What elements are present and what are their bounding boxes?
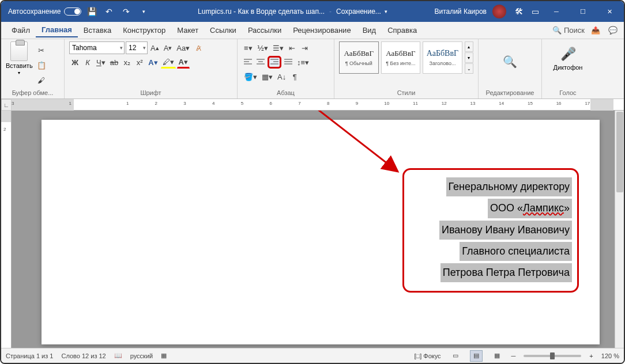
multilevel-icon[interactable]: ☰▾ <box>271 41 285 54</box>
document-header-block[interactable]: Генеральному директору ООО «Лампикс» Ива… <box>439 176 572 283</box>
group-styles: АаБбВвГ ¶ Обычный АаБбВвГ ¶ Без инте... … <box>334 39 479 98</box>
search-box[interactable]: 🔍 Поиск <box>552 26 585 35</box>
tab-insert[interactable]: Вставка <box>78 24 117 37</box>
superscript-button[interactable]: x² <box>134 56 145 69</box>
ruler-corner[interactable]: ∟ <box>1 99 12 111</box>
spell-check-icon[interactable]: 📖 <box>114 352 122 359</box>
group-paragraph: ≡▾ ⅟₂▾ ☰▾ ⇤ ⇥ <box>238 39 334 98</box>
zoom-handle[interactable] <box>550 352 555 359</box>
menubar: Файл Главная Вставка Конструктор Макет С… <box>1 22 624 39</box>
tab-references[interactable]: Ссылки <box>204 24 242 37</box>
zoom-level[interactable]: 120 % <box>601 352 619 359</box>
redo-icon[interactable]: ↷ <box>119 5 133 18</box>
page[interactable]: Генеральному директору ООО «Лампикс» Ива… <box>42 120 600 344</box>
dictate-label[interactable]: Диктофон <box>554 64 583 71</box>
increase-indent-icon[interactable]: ⇥ <box>299 41 311 54</box>
show-marks-icon[interactable]: ¶ <box>289 70 300 83</box>
style-heading1[interactable]: АаБбВвГ Заголово... <box>423 41 462 74</box>
style-sample: АаБбВвГ <box>427 49 458 58</box>
read-mode-icon[interactable]: ▭ <box>449 350 462 362</box>
zoom-in-button[interactable]: + <box>589 352 593 359</box>
style-gallery-nav[interactable]: ▴▾⌄ <box>465 41 473 74</box>
font-size-select[interactable]: 12 <box>126 41 148 54</box>
find-icon[interactable]: 🔍 <box>503 55 517 69</box>
undo-icon[interactable]: ↶ <box>102 5 116 18</box>
align-right-button[interactable] <box>268 56 281 69</box>
minimize-button[interactable]: ─ <box>544 1 568 22</box>
underline-button[interactable]: Ч▾ <box>95 56 107 69</box>
clear-format-icon[interactable]: A̷ <box>193 41 204 54</box>
maximize-button[interactable]: ☐ <box>571 1 595 22</box>
word-count[interactable]: Слово 12 из 12 <box>61 352 106 359</box>
tab-help[interactable]: Справка <box>382 24 423 37</box>
avatar[interactable] <box>492 5 506 18</box>
ribbon-options-icon[interactable]: ▭ <box>528 5 542 18</box>
zoom-out-button[interactable]: ─ <box>511 352 516 359</box>
highlight-icon[interactable]: 🖊▾ <box>161 56 176 69</box>
shrink-font-icon[interactable]: A▾ <box>162 41 174 54</box>
font-color-icon[interactable]: A▾ <box>177 56 190 69</box>
comments-button[interactable]: 💬 <box>607 24 619 37</box>
qat-dropdown-icon[interactable]: ▾ <box>137 5 150 18</box>
save-icon[interactable]: 💾 <box>85 5 99 18</box>
italic-button[interactable]: К <box>82 56 93 69</box>
justify-button[interactable] <box>283 56 294 69</box>
sort-icon[interactable]: A↓ <box>276 70 288 83</box>
scrollbar-thumb[interactable] <box>616 112 623 192</box>
print-layout-icon[interactable]: ▤ <box>470 350 483 362</box>
web-layout-icon[interactable]: ▦ <box>491 350 503 362</box>
close-button[interactable]: ✕ <box>597 1 622 22</box>
shading-icon[interactable]: 🪣▾ <box>242 70 259 83</box>
paste-label[interactable]: Вставить <box>6 62 33 69</box>
zoom-slider[interactable] <box>524 355 581 357</box>
tab-layout[interactable]: Макет <box>171 24 204 37</box>
paste-icon[interactable] <box>10 41 28 61</box>
macro-icon[interactable]: ▦ <box>161 352 167 359</box>
style-normal[interactable]: АаБбВвГ ¶ Обычный <box>339 41 379 74</box>
bullets-icon[interactable]: ≡▾ <box>242 41 254 54</box>
style-no-spacing[interactable]: АаБбВвГ ¶ Без инте... <box>381 41 421 74</box>
doc-line[interactable]: Петрова Петра Петровича <box>440 263 572 282</box>
format-painter-icon[interactable]: 🖌 <box>35 74 48 86</box>
doc-line[interactable]: Главного специалиста <box>460 242 572 261</box>
align-left-button[interactable] <box>242 56 254 69</box>
ruler-vertical[interactable]: 2 <box>1 111 12 348</box>
paragraph-group-label: Абзац <box>242 88 329 97</box>
cut-icon[interactable]: ✂ <box>35 44 48 56</box>
line-spacing-icon[interactable]: ↕≡▾ <box>295 56 311 69</box>
grow-font-icon[interactable]: A▴ <box>149 41 161 54</box>
doc-line[interactable]: Иванову Ивану Ивановичу <box>439 221 572 240</box>
align-center-button[interactable] <box>255 56 266 69</box>
doc-line[interactable]: Генеральному директору <box>446 177 572 196</box>
doc-line[interactable]: ООО «Лампикс» <box>488 199 572 218</box>
mic-icon[interactable]: 🎤 <box>560 47 576 62</box>
change-case-icon[interactable]: Aa▾ <box>175 41 191 54</box>
language-indicator[interactable]: русский <box>130 352 153 359</box>
bold-button[interactable]: Ж <box>69 56 81 69</box>
title-dropdown-icon[interactable]: ▾ <box>385 9 387 14</box>
share-button[interactable]: 📤 <box>589 24 602 37</box>
subscript-button[interactable]: x₂ <box>121 56 133 69</box>
tab-mailings[interactable]: Рассылки <box>242 24 287 37</box>
autosave-toggle[interactable] <box>64 7 81 16</box>
ruler-horizontal[interactable]: ∟ <box>1 99 624 111</box>
vertical-scrollbar[interactable] <box>615 111 624 348</box>
tab-review[interactable]: Рецензирование <box>287 24 356 37</box>
titlebar: Автосохранение 💾 ↶ ↷ ▾ Lumpics.ru - Как … <box>1 1 624 22</box>
decrease-indent-icon[interactable]: ⇤ <box>287 41 298 54</box>
separator: - <box>329 7 332 16</box>
tools-icon[interactable]: 🛠 <box>512 5 526 18</box>
font-name-select[interactable]: Tahoma <box>69 41 125 54</box>
page-indicator[interactable]: Страница 1 из 1 <box>6 352 53 359</box>
focus-mode[interactable]: [□] Фокус <box>414 352 440 359</box>
tab-file[interactable]: Файл <box>6 24 36 37</box>
paste-dropdown-icon[interactable]: ▾ <box>18 70 20 75</box>
tab-home[interactable]: Главная <box>36 23 78 37</box>
strike-button[interactable]: ab <box>108 56 120 69</box>
numbering-icon[interactable]: ⅟₂▾ <box>255 41 270 54</box>
text-effects-icon[interactable]: A▾ <box>146 56 159 69</box>
copy-icon[interactable]: 📋 <box>35 59 48 71</box>
tab-view[interactable]: Вид <box>357 24 382 37</box>
borders-icon[interactable]: ▦▾ <box>260 70 274 83</box>
tab-design[interactable]: Конструктор <box>117 24 171 37</box>
